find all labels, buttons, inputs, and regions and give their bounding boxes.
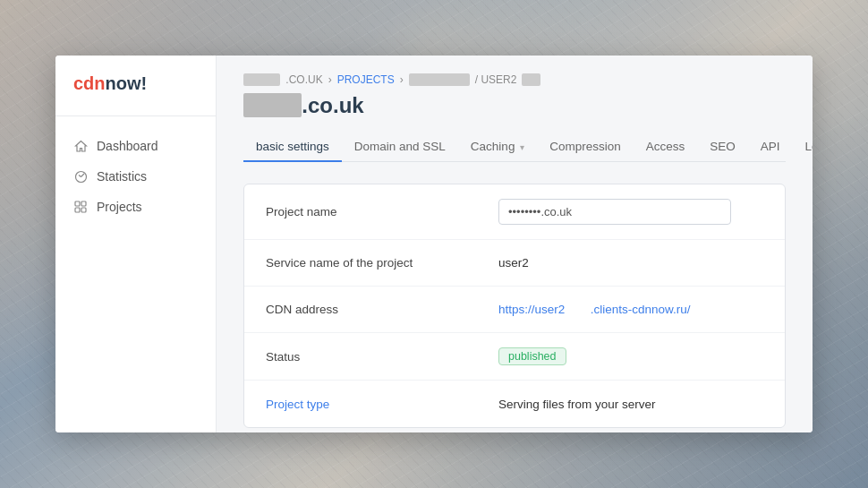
sidebar-item-dashboard[interactable]: Dashboard bbox=[55, 131, 216, 161]
row-cdn-address: CDN address https://user2 .clients-cdnno… bbox=[244, 287, 785, 333]
main-window: cdnnow! Dashboard Statistic bbox=[55, 56, 813, 432]
grid-icon bbox=[73, 200, 88, 214]
value-service-name: user2 bbox=[498, 256, 763, 270]
breadcrumb: .CO.UK › PROJECTS › / USER2 bbox=[243, 73, 786, 86]
breadcrumb-arrow1: › bbox=[328, 73, 332, 86]
breadcrumb-user: / USER2 bbox=[475, 73, 517, 86]
row-project-name: Project name bbox=[244, 184, 785, 240]
breadcrumb-user-blurred bbox=[522, 73, 540, 86]
chart-icon bbox=[73, 169, 88, 184]
sidebar-item-projects[interactable]: Projects bbox=[55, 192, 216, 222]
label-project-name: Project name bbox=[266, 205, 498, 218]
tab-logs[interactable]: Logs ▾ bbox=[793, 133, 813, 162]
label-service-name: Service name of the project bbox=[266, 256, 498, 270]
settings-card: Project name Service name of the project… bbox=[243, 184, 786, 428]
tab-compression[interactable]: Compression bbox=[537, 133, 634, 162]
page-title: .co.uk bbox=[243, 93, 786, 118]
breadcrumb-projects[interactable]: PROJECTS bbox=[337, 73, 395, 86]
breadcrumb-domain bbox=[243, 73, 280, 86]
cdn-address-link[interactable]: https://user2 .clients-cdnnow.ru/ bbox=[498, 303, 691, 316]
svg-rect-4 bbox=[81, 208, 86, 212]
home-icon bbox=[73, 139, 88, 153]
row-project-type: Project type Serving files from your ser… bbox=[244, 381, 785, 427]
sidebar-item-statistics[interactable]: Statistics bbox=[55, 161, 216, 192]
tab-caching[interactable]: Caching ▾ bbox=[458, 133, 537, 162]
main-content: .CO.UK › PROJECTS › / USER2 .co.uk basic… bbox=[217, 56, 813, 432]
svg-rect-1 bbox=[75, 201, 80, 206]
status-badge: published bbox=[498, 347, 566, 365]
row-status: Status published bbox=[244, 333, 785, 381]
label-project-type: Project type bbox=[266, 398, 498, 411]
value-status: published bbox=[498, 347, 763, 365]
svg-rect-2 bbox=[81, 201, 86, 206]
logo-cdn: cdn bbox=[73, 73, 106, 93]
value-project-type: Serving files from your server bbox=[498, 398, 763, 411]
value-project-name bbox=[498, 199, 763, 225]
project-name-input[interactable] bbox=[498, 199, 731, 225]
caching-chevron: ▾ bbox=[517, 142, 524, 152]
tab-bar: basic settings Domain and SSL Caching ▾ … bbox=[243, 133, 786, 162]
dashboard-label: Dashboard bbox=[97, 139, 158, 153]
row-service-name: Service name of the project user2 bbox=[244, 240, 785, 287]
tab-basic-settings[interactable]: basic settings bbox=[243, 133, 342, 162]
label-status: Status bbox=[266, 350, 498, 364]
svg-rect-3 bbox=[75, 208, 80, 212]
logo-now: now! bbox=[106, 73, 148, 93]
breadcrumb-project-path bbox=[409, 73, 470, 86]
sidebar: cdnnow! Dashboard Statistic bbox=[55, 56, 217, 432]
tab-access[interactable]: Access bbox=[634, 133, 698, 162]
tab-api[interactable]: API bbox=[748, 133, 793, 162]
navigation: Dashboard Statistics bbox=[55, 116, 216, 236]
breadcrumb-arrow2: › bbox=[400, 73, 404, 86]
page-title-suffix: .co.uk bbox=[302, 93, 363, 117]
content-area: .CO.UK › PROJECTS › / USER2 .co.uk basic… bbox=[217, 56, 813, 432]
statistics-label: Statistics bbox=[97, 169, 147, 184]
logo: cdnnow! bbox=[55, 73, 216, 116]
projects-label: Projects bbox=[97, 200, 142, 214]
value-cdn-address: https://user2 .clients-cdnnow.ru/ bbox=[498, 303, 763, 316]
tab-seo[interactable]: SEO bbox=[697, 133, 748, 162]
breadcrumb-sep1: .CO.UK bbox=[285, 73, 322, 86]
tab-domain-ssl[interactable]: Domain and SSL bbox=[342, 133, 458, 162]
label-cdn-address: CDN address bbox=[266, 303, 498, 316]
